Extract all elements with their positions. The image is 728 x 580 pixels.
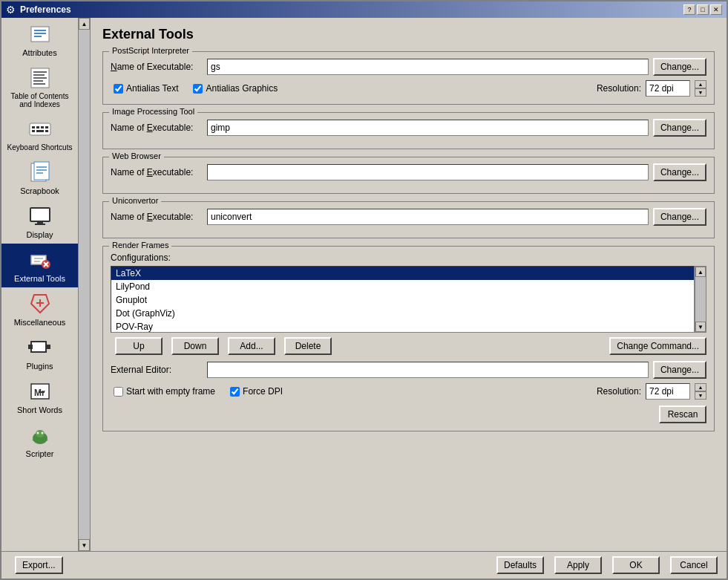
change-command-button[interactable]: Change Command... xyxy=(609,337,706,355)
uniconvertor-change-btn[interactable]: Change... xyxy=(653,208,706,226)
short-words-icon: Mr xyxy=(28,379,52,403)
list-scroll-down[interactable]: ▼ xyxy=(695,322,706,332)
titlebar-left: ⚙ Preferences xyxy=(6,4,71,16)
sidebar-item-attributes[interactable]: Attributes xyxy=(1,18,78,62)
postscript-group: PostScript Interpreter Name of Executabl… xyxy=(102,51,715,105)
antialias-text-label: Antialias Text xyxy=(126,83,178,94)
list-item[interactable]: LaTeX xyxy=(111,267,694,280)
uniconvertor-name-input[interactable] xyxy=(207,209,649,225)
close-button[interactable]: ✕ xyxy=(710,4,722,15)
ps-resolution-label: Resolution: xyxy=(597,83,641,94)
antialias-text-checkbox[interactable] xyxy=(114,84,123,94)
scripter-icon xyxy=(28,423,52,447)
configurations-list-area: LaTeX LilyPond Gnuplot Dot (GraphViz) PO… xyxy=(111,266,706,333)
sidebar-list: Attributes Table of Conte xyxy=(1,18,78,551)
list-item[interactable]: POV-Ray xyxy=(111,320,694,333)
sidebar-label-external-tools: External Tools xyxy=(14,274,65,283)
configurations-list[interactable]: LaTeX LilyPond Gnuplot Dot (GraphViz) PO… xyxy=(111,266,695,333)
web-browser-group: Web Browser Name of Executable: Change..… xyxy=(102,157,715,194)
sidebar-item-short-words[interactable]: Mr Short Words xyxy=(1,375,78,419)
svg-rect-39 xyxy=(39,391,45,393)
start-empty-item: Start with empty frame xyxy=(114,386,215,397)
postscript-change-btn[interactable]: Change... xyxy=(653,58,706,76)
defaults-button[interactable]: Defaults xyxy=(496,556,544,574)
sidebar-label-plugins: Plugins xyxy=(26,362,53,371)
sidebar-item-scrapbook[interactable]: Scrapbook xyxy=(1,156,78,200)
list-scroll-up[interactable]: ▲ xyxy=(695,267,706,277)
list-scrollbar: ▲ ▼ xyxy=(695,266,706,333)
render-resolution-spinner: ▲ ▼ xyxy=(695,383,706,400)
add-button[interactable]: Add... xyxy=(228,337,275,355)
antialias-graphics-item: Antialias Graphics xyxy=(193,83,278,94)
postscript-name-row: Name of Executable: Change... xyxy=(111,58,706,76)
display-icon xyxy=(28,204,52,228)
antialias-graphics-checkbox[interactable] xyxy=(193,84,203,94)
sidebar-item-scripter[interactable]: Scripter xyxy=(1,419,78,463)
uniconvertor-group: Uniconvertor Name of Executable: Change.… xyxy=(102,201,715,238)
render-frames-group: Render Frames Configurations: LaTeX Lily… xyxy=(102,246,715,431)
maximize-button[interactable]: □ xyxy=(697,4,709,15)
sidebar-item-plugins[interactable]: Plugins xyxy=(1,331,78,375)
help-button[interactable]: ? xyxy=(683,4,695,15)
external-editor-change-btn[interactable]: Change... xyxy=(653,361,706,379)
sidebar-label-short-words: Short Words xyxy=(17,405,62,414)
rescan-button[interactable]: Rescan xyxy=(659,405,706,423)
ps-resolution-down[interactable]: ▼ xyxy=(695,88,706,97)
force-dpi-label: Force DPI xyxy=(243,386,283,397)
sidebar-item-miscellaneous[interactable]: Miscellaneous xyxy=(1,287,78,331)
render-resolution-input[interactable] xyxy=(646,383,690,400)
web-browser-name-input[interactable] xyxy=(207,164,649,180)
titlebar-buttons[interactable]: ? □ ✕ xyxy=(683,4,722,15)
sidebar-label-display: Display xyxy=(26,230,53,239)
window-title: Preferences xyxy=(20,4,71,15)
image-processing-group: Image Processing Tool Name of Executable… xyxy=(102,112,715,149)
image-processing-name-input[interactable] xyxy=(207,120,649,136)
sidebar-scrollbar: ▲ ▼ xyxy=(78,18,90,551)
sidebar-item-external-tools[interactable]: External Tools xyxy=(1,244,78,287)
export-button[interactable]: Export... xyxy=(15,556,63,574)
image-processing-change-btn[interactable]: Change... xyxy=(653,119,706,137)
svg-rect-35 xyxy=(46,345,50,349)
list-item[interactable]: Dot (GraphViz) xyxy=(111,307,694,320)
postscript-name-input[interactable] xyxy=(207,59,649,75)
svg-rect-34 xyxy=(31,342,46,352)
start-empty-checkbox[interactable] xyxy=(114,387,123,397)
sidebar-item-toc[interactable]: Table of Contents and Indexes xyxy=(1,62,78,113)
web-browser-change-btn[interactable]: Change... xyxy=(653,163,706,181)
sidebar-label-scripter: Scripter xyxy=(26,449,54,458)
sidebar-label-toc: Table of Contents and Indexes xyxy=(4,92,75,108)
up-button[interactable]: Up xyxy=(115,337,163,355)
image-processing-name-row: Name of Executable: Change... xyxy=(111,119,706,137)
cancel-button[interactable]: Cancel xyxy=(670,556,718,574)
force-dpi-checkbox[interactable] xyxy=(230,387,240,397)
sidebar-item-keyboard[interactable]: Keyboard Shortcuts xyxy=(1,113,78,156)
delete-button[interactable]: Delete xyxy=(284,337,332,355)
down-button[interactable]: Down xyxy=(171,337,219,355)
antialias-text-item: Antialias Text xyxy=(114,83,178,94)
main-content: External Tools PostScript Interpreter Na… xyxy=(91,18,727,551)
external-editor-row: External Editor: Change... xyxy=(111,361,706,379)
sidebar-item-display[interactable]: Display xyxy=(1,200,78,244)
configurations-label: Configurations: xyxy=(111,252,171,263)
list-item[interactable]: LilyPond xyxy=(111,280,694,293)
render-resolution-up[interactable]: ▲ xyxy=(695,383,706,391)
scrapbook-icon xyxy=(28,160,52,184)
uniconvertor-name-row: Name of Executable: Change... xyxy=(111,208,706,226)
app-icon: ⚙ xyxy=(6,4,16,16)
svg-rect-23 xyxy=(30,208,50,221)
svg-rect-17 xyxy=(45,130,48,132)
ok-button[interactable]: OK xyxy=(612,556,660,574)
ps-resolution-input[interactable] xyxy=(646,80,690,97)
postscript-name-label: Name of Executable: xyxy=(111,62,207,72)
attributes-icon xyxy=(28,22,52,46)
list-item[interactable]: Gnuplot xyxy=(111,293,694,307)
render-resolution-down[interactable]: ▼ xyxy=(695,391,706,400)
ps-resolution-up[interactable]: ▲ xyxy=(695,80,706,88)
titlebar: ⚙ Preferences ? □ ✕ xyxy=(1,1,727,18)
uniconvertor-title: Uniconvertor xyxy=(109,196,161,205)
external-editor-input[interactable] xyxy=(207,362,649,378)
apply-button[interactable]: Apply xyxy=(554,556,602,574)
sidebar-scroll-up[interactable]: ▲ xyxy=(79,18,90,30)
svg-point-42 xyxy=(36,432,39,434)
sidebar-scroll-down[interactable]: ▼ xyxy=(79,539,90,551)
